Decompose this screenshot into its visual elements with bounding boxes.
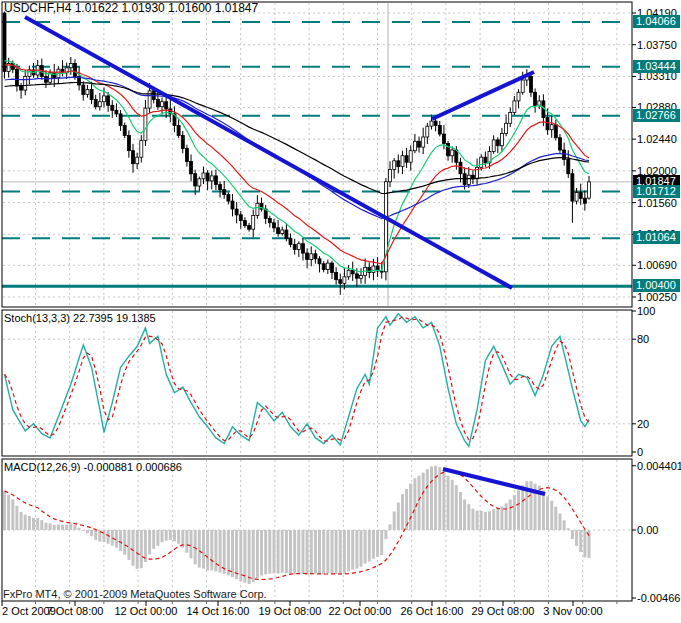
candle-body (438, 125, 441, 134)
macd-histogram-bar (214, 530, 217, 571)
macd-histogram-bar (148, 530, 151, 554)
macd-histogram-bar (161, 530, 164, 542)
candle-body (546, 118, 549, 130)
candle-body (413, 141, 416, 150)
candle-body (98, 102, 101, 107)
candle-body (500, 133, 503, 145)
date-axis-label: 7 Oct 08:00 (47, 605, 104, 617)
stoch-axis-label: 20 (637, 418, 649, 430)
stoch-panel-border (2, 310, 632, 456)
macd-histogram-bar (123, 530, 126, 555)
candle-body (223, 190, 226, 195)
candle-body (248, 226, 251, 230)
macd-histogram-bar (318, 530, 321, 574)
macd-histogram-bar (86, 530, 89, 533)
macd-histogram-bar (173, 530, 176, 541)
macd-histogram-bar (426, 469, 429, 530)
stoch-k-line (5, 314, 590, 447)
candle-body (273, 223, 276, 228)
macd-histogram-bar (115, 530, 118, 548)
macd-histogram-bar (306, 530, 309, 575)
date-axis-label: 29 Oct 08:00 (472, 605, 535, 617)
macd-histogram-bar (467, 504, 470, 530)
macd-histogram-bar (293, 530, 296, 574)
candle-body (289, 239, 292, 245)
macd-histogram-bar (152, 530, 155, 549)
candle-body (256, 203, 259, 215)
macd-histogram-bar (451, 480, 454, 530)
price-axis-label: 1.03750 (637, 39, 677, 51)
candle-body (161, 102, 164, 107)
macd-histogram-bar (434, 466, 437, 530)
macd-histogram-bar (61, 525, 64, 530)
macd-axis-label: 0.004401 (637, 460, 681, 472)
macd-histogram-bar (248, 530, 251, 584)
macd-histogram-bar (277, 530, 280, 574)
candle-body (480, 157, 483, 167)
macd-histogram-bar (252, 530, 255, 582)
macd-histogram-bar (355, 530, 358, 569)
candle-body (405, 156, 408, 163)
candle-body (281, 230, 284, 234)
macd-histogram-bar (322, 530, 325, 574)
candle-body (198, 179, 201, 186)
candle-body (293, 244, 296, 249)
macd-histogram-bar (281, 530, 284, 573)
macd-histogram-bar (579, 530, 582, 552)
macd-histogram-bar (484, 512, 487, 530)
candle-body (268, 218, 271, 222)
candle-body (206, 173, 209, 181)
macd-histogram-bar (40, 520, 43, 530)
chart-title: USDCHF,H4 1.01622 1.01930 1.01600 1.0184… (4, 2, 258, 15)
macd-histogram-bar (78, 528, 81, 530)
candle-body (115, 110, 118, 114)
macd-histogram-bar (372, 530, 375, 559)
date-axis-label: 14 Oct 16:00 (187, 605, 250, 617)
price-axis-label: 1.00250 (637, 291, 677, 303)
stoch-indicator-label: Stoch(13,3,3) 22.7395 19.1385 (4, 312, 156, 325)
candle-body (583, 198, 586, 203)
macd-histogram-bar (132, 530, 135, 566)
macd-histogram-bar (314, 530, 317, 574)
candle-body (505, 123, 508, 133)
macd-histogram-bar (119, 530, 122, 551)
candle-body (447, 144, 450, 156)
macd-histogram-bar (505, 503, 508, 530)
candle-body (335, 273, 338, 280)
downtrend-line[interactable] (25, 17, 512, 288)
macd-histogram-bar (364, 530, 367, 564)
price-tag: 1.01712 (633, 185, 680, 198)
candle-body (351, 270, 354, 274)
macd-histogram-bar (198, 530, 201, 568)
macd-histogram-bar (438, 467, 441, 530)
candle-body (588, 182, 591, 198)
macd-histogram-bar (567, 528, 570, 530)
candle-body (3, 13, 6, 71)
macd-histogram-bar (28, 516, 31, 530)
macd-histogram-bar (90, 530, 93, 536)
date-axis-label: 22 Oct 00:00 (329, 605, 392, 617)
macd-histogram-bar (156, 530, 159, 546)
price-tag: 1.01064 (633, 231, 680, 244)
stoch-d-line (5, 317, 590, 441)
candle-body (252, 216, 255, 230)
macd-histogram-bar (542, 490, 545, 530)
price-axis-label: 1.02440 (637, 133, 677, 145)
macd-histogram-bar (550, 501, 553, 530)
candle-body (74, 64, 77, 77)
macd-histogram-bar (521, 485, 524, 530)
candle-body (119, 114, 122, 126)
macd-histogram-bar (273, 530, 276, 573)
candle-body (331, 263, 334, 272)
macd-histogram-bar (509, 500, 512, 531)
macd-histogram-bar (256, 530, 259, 578)
candle-body (69, 64, 72, 68)
macd-histogram-bar (380, 530, 383, 555)
copyright-text: FxPro MT4, © 2001-2009 MetaQuotes Softwa… (3, 588, 267, 601)
macd-histogram-bar (185, 530, 188, 553)
candle-body (306, 253, 309, 260)
candle-body (28, 70, 31, 77)
macd-histogram-bar (331, 530, 334, 573)
macd-histogram-bar (260, 530, 263, 576)
candle-body (190, 162, 193, 174)
